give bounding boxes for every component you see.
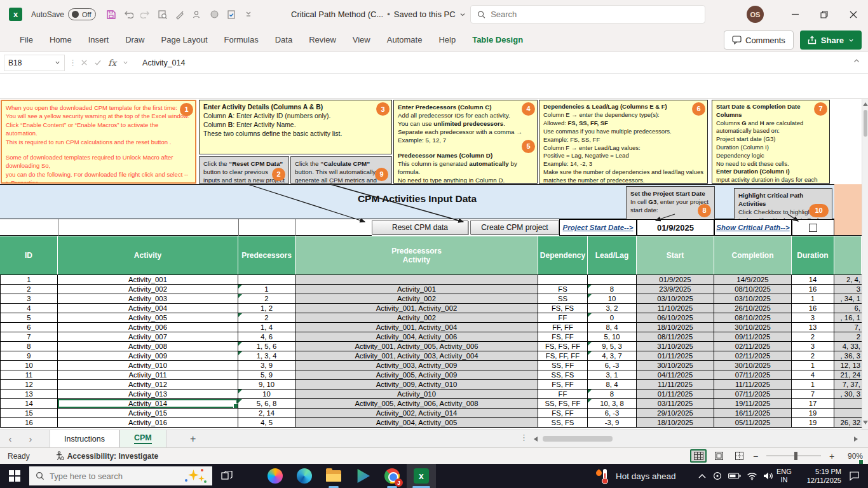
cell-completion[interactable]: 07/11/2025 [714,390,792,399]
battery-icon[interactable] [728,472,741,480]
cell-completion[interactable]: 30/10/2025 [714,323,792,332]
cell-start[interactable]: 01/11/2025 [637,390,714,399]
page-break-view-button[interactable] [731,449,747,463]
cell-leadlag[interactable]: 10 [588,294,637,304]
wifi-icon[interactable] [747,472,757,480]
cell-leadlag[interactable]: 0 [588,313,637,323]
cell-id[interactable]: 4 [0,304,58,313]
cell-leadlag[interactable]: 4, 3, 7 [588,351,637,361]
cell-id[interactable]: 14 [0,399,58,409]
restore-button[interactable] [810,0,839,29]
autosave-toggle[interactable]: Off [68,8,96,20]
share-button[interactable]: Share [800,30,862,50]
column-header-lead-lag[interactable]: Lead/Lag [588,236,637,274]
cell-completion[interactable]: 03/10/2025 [714,294,792,304]
cell-activity[interactable]: Activity_004 [58,304,238,313]
cell-activity[interactable]: Activity_010 [58,361,238,370]
ribbon-tab-review[interactable]: Review [301,29,344,51]
account-avatar[interactable]: OS [747,6,764,23]
taskbar-file-explorer-icon[interactable] [319,464,348,488]
column-header-duration[interactable]: Duration [792,236,834,274]
cell-leadlag[interactable] [588,275,637,285]
meet-now-icon[interactable] [712,471,722,480]
zoom-in-button[interactable]: + [827,451,836,461]
cell-completion[interactable]: 11/11/2025 [714,380,792,390]
vertical-scrollbar-thumb[interactable] [864,110,867,137]
cell-start[interactable]: 01/9/2025 [637,275,714,285]
zoom-out-button[interactable]: − [751,451,760,461]
column-header-predecessors-activity[interactable]: Predecessors Activity [295,236,538,274]
task-view-button[interactable] [212,464,241,488]
fx-chevron-icon[interactable] [123,60,128,65]
cell-duration[interactable]: 7 [792,390,834,399]
cell-duration[interactable]: 2 [792,332,834,342]
show-critical-path-label-cell[interactable]: Show Critical Path--> [714,219,792,236]
cell-leadlag[interactable]: 3, 2 [588,304,637,313]
titlebar-search[interactable] [470,5,705,24]
cell-predecessors[interactable]: 5, 9 [238,370,295,380]
cell-id[interactable]: 9 [0,351,58,361]
sheet-tab-instructions[interactable]: Instructions [50,430,119,448]
cell-start[interactable]: 30/10/2025 [637,361,714,370]
cell-leadlag[interactable]: 8, 4 [588,380,637,390]
cell-predecessors[interactable]: 2, 14 [238,409,295,418]
cell-predecessor-names[interactable]: Activity_004, Activity_005 [295,418,538,428]
cell-overflow[interactable]: 21, 24 [834,370,862,380]
cell-id[interactable]: 3 [0,294,58,304]
cell-overflow[interactable]: 26, 32 [834,418,862,428]
add-sheet-button[interactable]: + [186,433,201,445]
lookup-sheet-icon[interactable] [155,7,170,22]
cell-predecessor-names[interactable]: Activity_004, Activity_006 [295,332,538,342]
close-button[interactable] [839,0,868,29]
start-button[interactable] [0,464,29,488]
cell-leadlag[interactable]: 5, 10 [588,332,637,342]
taskbar-search-input[interactable] [50,471,158,481]
name-box[interactable]: B18 [4,55,65,71]
draw-icon[interactable] [172,7,187,22]
cell-predecessor-names[interactable]: Activity_001, Activity_005, Activity_006 [295,342,538,351]
cell-activity[interactable]: Activity_005 [58,313,238,323]
cell-predecessor-names[interactable] [295,275,538,285]
cell-dependency[interactable]: FS, FF [538,380,588,390]
cell-predecessor-names[interactable]: Activity_002, Activity_014 [295,409,538,418]
cell-predecessors[interactable]: 1, 5, 6 [238,342,295,351]
cell-activity[interactable]: Activity_006 [58,323,238,332]
record-icon[interactable] [207,7,222,22]
cell-predecessors[interactable]: 2 [238,313,295,323]
cell-id[interactable]: 5 [0,313,58,323]
cell-start[interactable]: 08/11/2025 [637,332,714,342]
scroll-right-icon[interactable] [854,437,858,442]
cell-predecessors[interactable]: 1, 3, 4 [238,351,295,361]
cell-predecessors[interactable]: 1, 4 [238,323,295,332]
cell-dependency[interactable]: SS, FS [538,370,588,380]
column-header-predecessors[interactable]: Predecessors [238,236,295,274]
sheet-nav-right-icon[interactable]: › [20,433,41,444]
cell-activity[interactable]: Activity_009 [58,351,238,361]
zoom-slider-thumb[interactable] [794,452,797,460]
cell-predecessors[interactable] [238,275,295,285]
cell-predecessor-names[interactable]: Activity_001, Activity_004 [295,323,538,332]
document-title[interactable]: Critical Path Method (C... • Saved to th… [291,0,466,29]
cell-predecessors[interactable]: 2 [238,294,295,304]
taskbar-copilot-icon[interactable] [261,464,290,488]
cell-dependency[interactable]: FS, FS [538,304,588,313]
doc-check-icon[interactable] [224,7,239,22]
ribbon-tab-file[interactable]: File [11,29,41,51]
cell-completion[interactable]: 26/10/2025 [714,304,792,313]
cell-completion[interactable]: 19/11/2025 [714,399,792,409]
cell-overflow[interactable] [834,399,862,409]
cell-duration[interactable]: 1 [792,380,834,390]
enter-icon[interactable] [94,59,102,66]
column-header-activity[interactable]: Activity [58,236,238,274]
cell-dependency[interactable]: FF, FF [538,323,588,332]
comments-button[interactable]: Comments [724,30,794,50]
column-header-dependency[interactable]: Dependency [538,236,588,274]
cell-dependency[interactable]: FF [538,313,588,323]
column-header-completion[interactable]: Completion [714,236,792,274]
cell-leadlag[interactable]: 6, -3 [588,409,637,418]
language-indicator[interactable]: ENG IN [776,468,792,484]
cell-start[interactable]: 29/10/2025 [637,409,714,418]
cell-overflow[interactable] [834,409,862,418]
scroll-down-icon[interactable] [863,421,868,424]
cell-activity[interactable]: Activity_016 [58,418,238,428]
